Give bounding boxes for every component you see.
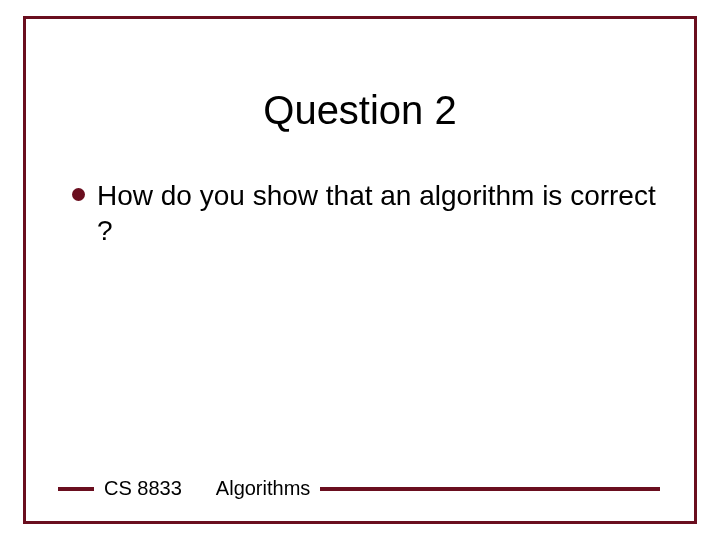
footer-rule-right <box>320 487 660 491</box>
footer-topic: Algorithms <box>216 477 320 500</box>
bullet-item: How do you show that an algorithm is cor… <box>72 178 660 248</box>
bullet-icon <box>72 188 85 201</box>
footer-rule-left <box>58 487 94 491</box>
slide-footer: CS 8833 Algorithms <box>0 477 720 500</box>
footer-course-code: CS 8833 <box>94 477 196 500</box>
bullet-text: How do you show that an algorithm is cor… <box>97 178 660 248</box>
slide-body: How do you show that an algorithm is cor… <box>72 178 660 248</box>
slide-title: Question 2 <box>0 88 720 133</box>
